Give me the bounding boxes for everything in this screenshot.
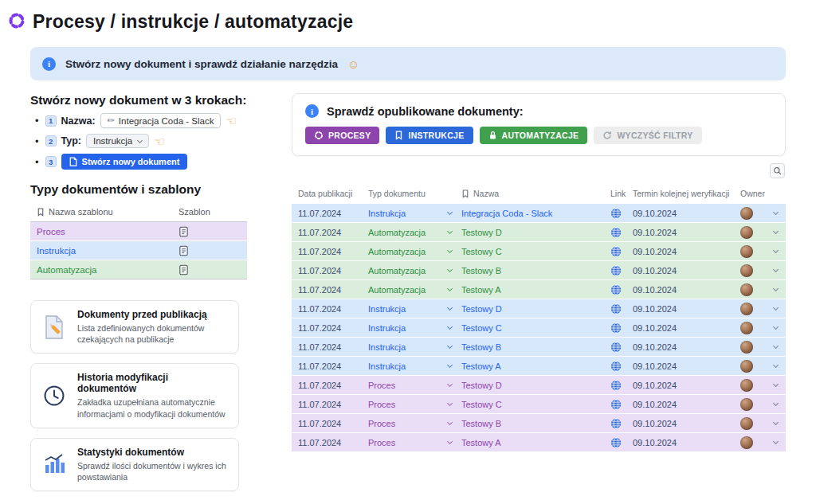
doc-name-link[interactable]: Testowy C — [461, 400, 610, 409]
owner-avatar[interactable] — [740, 322, 753, 334]
filter-instrukcje-button[interactable]: INSTRUKCJE — [386, 127, 473, 144]
globe-link-icon[interactable] — [610, 246, 633, 257]
globe-link-icon[interactable] — [610, 380, 633, 391]
doc-name-link[interactable]: Testowy D — [461, 228, 610, 237]
globe-link-icon[interactable] — [610, 303, 633, 315]
globe-link-icon[interactable] — [610, 437, 633, 448]
owner-avatar[interactable] — [740, 398, 753, 411]
doc-type-select[interactable]: Automatyzacja — [368, 285, 461, 295]
create-document-button[interactable]: Stwórz nowy dokument — [61, 154, 188, 170]
owner-avatar[interactable] — [740, 207, 753, 220]
globe-link-icon[interactable] — [610, 399, 633, 410]
owner-avatar[interactable] — [740, 226, 753, 239]
clear-filters-button[interactable]: WYCZYŚĆ FILTRY — [594, 127, 701, 144]
chevron-down-icon[interactable] — [773, 439, 779, 444]
col-header-termin[interactable]: Termin kolejnej weryfikacji — [633, 189, 740, 198]
owner-avatar[interactable] — [740, 360, 753, 373]
template-row-proces[interactable]: Proces — [30, 222, 247, 241]
col-header-nazwa[interactable]: Nazwa — [461, 189, 610, 198]
doc-name-link[interactable]: Testowy B — [461, 342, 610, 352]
document-type-select[interactable]: Instrukcja — [86, 134, 149, 148]
chevron-down-icon[interactable] — [773, 420, 779, 425]
doc-name-link[interactable]: Testowy A — [461, 361, 610, 371]
chevron-down-icon — [447, 209, 453, 215]
owner-avatar[interactable] — [740, 341, 753, 354]
owner-avatar[interactable] — [740, 436, 753, 449]
doc-type-select[interactable]: Instrukcja — [368, 342, 461, 352]
doc-type-select[interactable]: Instrukcja — [368, 361, 461, 371]
chevron-down-icon[interactable] — [773, 267, 779, 272]
globe-link-icon[interactable] — [610, 284, 633, 295]
doc-type-select[interactable]: Proces — [368, 419, 461, 428]
template-page-icon[interactable] — [172, 245, 241, 256]
card-historia-modyfikacji[interactable]: Historia modyfikacji dokumentów Zakładka… — [30, 363, 239, 428]
doc-name-link[interactable]: Integracja Coda - Slack — [461, 209, 610, 218]
globe-link-icon[interactable] — [610, 418, 633, 429]
step-1-number-badge: 1 — [45, 115, 57, 127]
chevron-down-icon[interactable] — [773, 305, 779, 311]
owner-cell — [740, 283, 781, 296]
col-header-szablon[interactable]: Szablon — [172, 207, 241, 217]
template-row-automatyzacja[interactable]: Automatyzacja — [30, 260, 247, 279]
owner-avatar[interactable] — [740, 245, 753, 258]
col-header-typ-dokumentu[interactable]: Typ dokumentu — [368, 189, 461, 198]
template-row-instrukcja[interactable]: Instrukcja — [30, 241, 247, 260]
chevron-down-icon[interactable] — [773, 343, 779, 349]
doc-type-select[interactable]: Proces — [368, 381, 461, 390]
doc-type-select[interactable]: Proces — [368, 400, 461, 409]
globe-link-icon[interactable] — [610, 322, 633, 334]
template-page-icon[interactable] — [172, 226, 241, 237]
chevron-down-icon[interactable] — [773, 400, 779, 406]
owner-cell — [740, 207, 781, 220]
doc-type-select[interactable]: Automatyzacja — [368, 266, 461, 275]
chevron-down-icon[interactable] — [773, 286, 779, 291]
owner-avatar[interactable] — [740, 283, 753, 296]
search-icon[interactable] — [770, 163, 785, 178]
card-statystyki[interactable]: Statystyki dokumentów Sprawdź ilości dok… — [30, 438, 239, 491]
globe-link-icon[interactable] — [610, 227, 633, 238]
globe-link-icon[interactable] — [610, 342, 633, 353]
col-header-owner[interactable]: Owner — [740, 189, 781, 198]
col-header-data-publikacji[interactable]: Data publikacji — [298, 189, 368, 198]
card-dokumenty-przed-publikacja[interactable]: Dokumenty przed publikacją Lista zdefini… — [30, 300, 239, 354]
document-name-input[interactable]: ✏ Integracja Coda - Slack — [100, 113, 222, 128]
owner-cell — [740, 360, 781, 373]
globe-link-icon[interactable] — [610, 265, 633, 276]
globe-link-icon[interactable] — [610, 361, 633, 372]
doc-name-link[interactable]: Testowy C — [461, 247, 610, 256]
doc-name-link[interactable]: Testowy A — [461, 438, 610, 447]
chevron-down-icon[interactable] — [773, 229, 779, 234]
doc-type-select[interactable]: Automatyzacja — [368, 247, 461, 256]
chevron-down-icon[interactable] — [773, 381, 779, 387]
chevron-down-icon[interactable] — [773, 248, 779, 253]
doc-name-link[interactable]: Testowy D — [461, 304, 610, 314]
chevron-down-icon[interactable] — [773, 209, 779, 215]
doc-name-link[interactable]: Testowy B — [461, 266, 610, 275]
template-page-icon[interactable] — [172, 264, 241, 275]
doc-type-value: Instrukcja — [368, 209, 406, 218]
doc-name-link[interactable]: Testowy A — [461, 285, 610, 295]
document-name-value: Integracja Coda - Slack — [119, 116, 214, 126]
owner-avatar[interactable] — [740, 379, 753, 392]
chevron-down-icon[interactable] — [773, 362, 779, 368]
doc-type-select[interactable]: Instrukcja — [368, 209, 461, 218]
owner-avatar[interactable] — [740, 264, 753, 277]
owner-avatar[interactable] — [740, 303, 753, 315]
doc-name-link[interactable]: Testowy B — [461, 419, 610, 428]
doc-name-link[interactable]: Testowy C — [461, 323, 610, 333]
chevron-down-icon — [137, 137, 143, 143]
col-header-nazwa-szablonu[interactable]: Nazwa szablonu — [37, 207, 172, 217]
chevron-down-icon[interactable] — [773, 324, 779, 330]
doc-type-select[interactable]: Automatyzacja — [368, 228, 461, 237]
doc-type-select[interactable]: Instrukcja — [368, 323, 461, 333]
publish-date: 11.07.2024 — [298, 342, 368, 352]
publish-date: 11.07.2024 — [298, 247, 368, 256]
filter-automatyzacje-button[interactable]: AUTOMATYZACJE — [480, 127, 588, 144]
col-header-link[interactable]: Link — [610, 189, 633, 198]
owner-avatar[interactable] — [740, 417, 753, 430]
doc-type-select[interactable]: Proces — [368, 438, 461, 447]
globe-link-icon[interactable] — [610, 208, 633, 219]
doc-name-link[interactable]: Testowy D — [461, 381, 610, 390]
doc-type-select[interactable]: Instrukcja — [368, 304, 461, 314]
filter-procesy-button[interactable]: PROCESY — [305, 127, 379, 144]
